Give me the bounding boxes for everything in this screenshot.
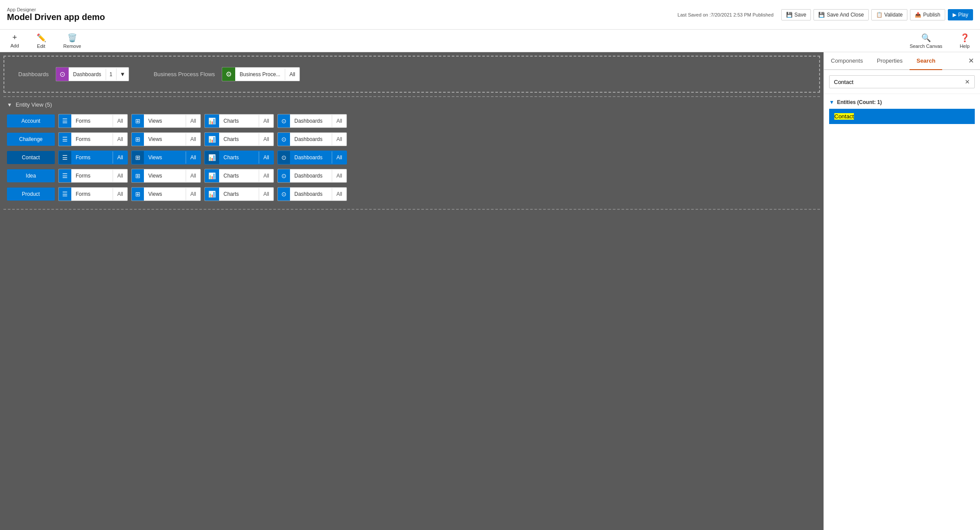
help-label: Help [960,44,970,49]
entity-views-pill[interactable]: ⊞ViewsAll [131,169,201,183]
entity-name-btn-challenge[interactable]: Challenge [7,133,55,146]
charts-icon: 📊 [205,169,219,182]
search-canvas-icon: 🔍 [921,33,931,43]
tab-components[interactable]: Components [824,52,870,70]
views-icon: ⊞ [132,169,144,182]
panel-close-button[interactable]: ✕ [962,53,980,68]
search-canvas-button[interactable]: 🔍 Search Canvas [906,31,946,50]
validate-label: Validate [884,12,903,18]
tab-properties[interactable]: Properties [870,52,910,70]
add-icon: + [13,33,17,42]
publish-button[interactable]: 📤 Publish [910,9,945,20]
save-close-icon: 💾 [818,12,825,18]
dashboards-all: All [332,170,347,182]
remove-button[interactable]: 🗑️ Remove [60,31,85,50]
forms-icon: ☰ [59,114,71,127]
views-icon: ⊞ [132,133,144,146]
charts-all: All [259,115,273,127]
validate-button[interactable]: 📋 Validate [871,9,907,20]
dashboards-all: All [332,151,347,164]
add-button[interactable]: + Add [7,31,23,50]
views-label: Views [144,115,186,127]
views-all: All [186,115,200,127]
edit-button[interactable]: ✏️ Edit [33,31,50,50]
charts-label: Charts [219,115,259,127]
views-icon: ⊞ [132,151,144,164]
dashboards-all: All [332,115,347,127]
top-bar: App Designer Model Driven app demo Last … [0,0,980,30]
search-input[interactable] [834,79,965,85]
app-title: Model Driven app demo [7,12,105,22]
charts-label: Charts [219,170,259,182]
charts-icon: 📊 [205,133,219,146]
entity-views-pill[interactable]: ⊞ViewsAll [131,187,201,201]
entities-toggle-icon[interactable]: ▼ [829,99,834,105]
play-icon: ▶ [953,12,957,18]
forms-icon: ☰ [59,169,71,182]
forms-icon: ☰ [59,188,71,201]
entity-forms-pill[interactable]: ☰FormsAll [58,151,128,164]
save-button[interactable]: 💾 Save [781,9,811,20]
panel-results: ▼ Entities (Count: 1) Contact [824,94,980,129]
entity-forms-pill[interactable]: ☰FormsAll [58,187,128,201]
bpf-label: Business Process Flows [153,71,215,77]
entity-name-btn-idea[interactable]: Idea [7,169,55,182]
entity-charts-pill[interactable]: 📊ChartsAll [204,187,274,201]
help-button[interactable]: ❓ Help [956,31,973,50]
save-and-close-button[interactable]: 💾 Save And Close [813,9,868,20]
dashboards-pill-arrow[interactable]: ▼ [116,68,129,80]
charts-all: All [259,188,273,200]
tab-search[interactable]: Search [910,52,942,70]
entity-row: Product☰FormsAll⊞ViewsAll📊ChartsAll⊙Dash… [7,187,817,201]
entity-views-pill[interactable]: ⊞ViewsAll [131,151,201,164]
play-button[interactable]: ▶ Play [948,9,973,20]
entity-dashboards-pill[interactable]: ⊙DashboardsAll [277,169,347,183]
forms-label: Forms [71,188,113,200]
entity-views-pill[interactable]: ⊞ViewsAll [131,132,201,146]
dashboards-icon: ⊙ [278,133,290,146]
canvas-area[interactable]: Dashboards ⊙ Dashboards 1 ▼ Business Pro… [0,52,823,530]
entity-row: Contact☰FormsAll⊞ViewsAll📊ChartsAll⊙Dash… [7,151,817,164]
views-label: Views [144,170,186,182]
entity-forms-pill[interactable]: ☰FormsAll [58,114,128,128]
entity-dashboards-pill[interactable]: ⊙DashboardsAll [277,151,347,164]
save-info: Last Saved on :7/20/2021 2:53 PM Publish… [677,12,773,17]
views-all: All [186,133,200,145]
entity-name-btn-account[interactable]: Account [7,114,55,127]
validate-icon: 📋 [876,12,883,18]
dashboards-label: Dashboards [290,188,332,200]
entity-dashboards-pill[interactable]: ⊙DashboardsAll [277,114,347,128]
divider-2 [3,209,820,210]
entity-row: Account☰FormsAll⊞ViewsAll📊ChartsAll⊙Dash… [7,114,817,128]
bpf-pill-icon: ⚙ [222,67,235,81]
entity-name-btn-product[interactable]: Product [7,188,55,201]
charts-label: Charts [219,133,259,145]
search-clear-icon[interactable]: ✕ [965,78,970,85]
entity-name-btn-contact[interactable]: Contact [7,151,55,164]
entity-views-pill[interactable]: ⊞ViewsAll [131,114,201,128]
entity-forms-pill[interactable]: ☰FormsAll [58,169,128,183]
entity-charts-pill[interactable]: 📊ChartsAll [204,151,274,164]
entity-charts-pill[interactable]: 📊ChartsAll [204,132,274,146]
search-canvas-label: Search Canvas [910,44,942,49]
charts-icon: 📊 [205,114,219,127]
dashboards-pill[interactable]: ⊙ Dashboards 1 ▼ [56,67,129,81]
save-label: Save [794,12,806,18]
entity-rows: Account☰FormsAll⊞ViewsAll📊ChartsAll⊙Dash… [0,112,823,209]
entity-view-toggle[interactable]: ▼ [7,102,12,108]
panel-search-area: ✕ [824,70,980,94]
forms-all: All [113,133,127,145]
entity-result-contact[interactable]: Contact [829,109,975,124]
play-label: Play [958,12,968,18]
edit-label: Edit [37,44,45,49]
entity-dashboards-pill[interactable]: ⊙DashboardsAll [277,132,347,146]
bpf-pill[interactable]: ⚙ Business Proce... All [222,67,300,81]
entity-dashboards-pill[interactable]: ⊙DashboardsAll [277,187,347,201]
remove-label: Remove [63,44,81,49]
entity-result-highlight: Contact [834,113,854,120]
forms-label: Forms [71,151,113,164]
entity-charts-pill[interactable]: 📊ChartsAll [204,114,274,128]
entity-forms-pill[interactable]: ☰FormsAll [58,132,128,146]
publish-label: Publish [923,12,940,18]
entity-charts-pill[interactable]: 📊ChartsAll [204,169,274,183]
